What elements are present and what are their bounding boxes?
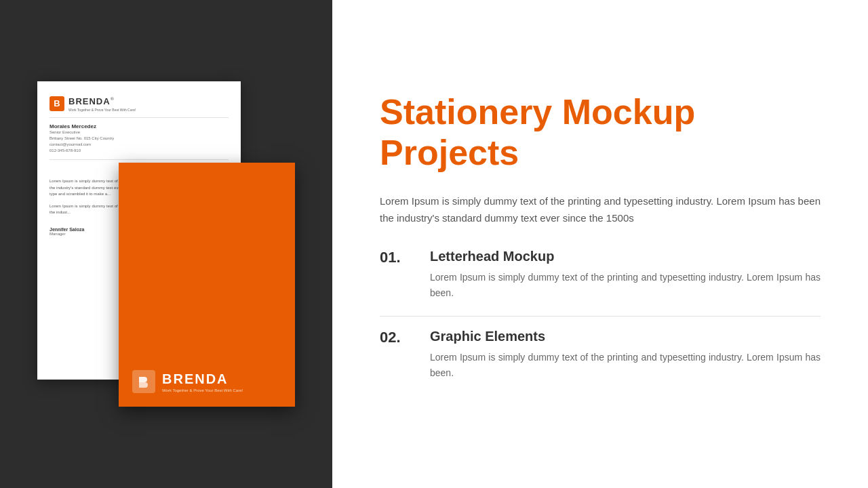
item-desc-1: Lorem Ipsum is simply dummy text of the … [430, 270, 821, 301]
intro-text: Lorem Ipsum is simply dummy text of the … [380, 192, 821, 227]
mockup-container: B BRENDA® Work Together & Prove Your Bes… [37, 81, 295, 407]
registered-mark: ® [111, 96, 114, 102]
book-logo-area: BRENDA Work Together & Prove Your Best W… [132, 370, 281, 393]
item-content-1: Letterhead Mockup Lorem Ipsum is simply … [430, 249, 821, 301]
book-b-icon [132, 370, 155, 393]
letterhead-divider-top [50, 117, 229, 118]
item-title-1: Letterhead Mockup [430, 249, 821, 264]
item-row-2: 02. Graphic Elements Lorem Ipsum is simp… [380, 329, 821, 381]
item-row-1: 01. Letterhead Mockup Lorem Ipsum is sim… [380, 249, 821, 301]
contact-phone: 012-345-678-910 [50, 148, 229, 154]
orange-book: BRENDA Work Together & Prove Your Best W… [119, 163, 295, 407]
letterhead-header: B BRENDA® Work Together & Prove Your Bes… [50, 95, 229, 112]
right-content: Stationery Mockup Projects Lorem Ipsum i… [380, 92, 821, 396]
contact-name: Morales Mercedez [50, 123, 229, 129]
title-line1: Stationery Mockup [380, 92, 695, 131]
item-title-2: Graphic Elements [430, 329, 821, 344]
brenda-name-small: BRENDA [68, 96, 111, 106]
left-panel: B BRENDA® Work Together & Prove Your Bes… [0, 0, 332, 488]
item-number-2: 02. [380, 329, 414, 346]
book-brand-block: BRENDA Work Together & Prove Your Best W… [162, 371, 243, 392]
brenda-logo-small: B BRENDA® Work Together & Prove Your Bes… [50, 95, 136, 112]
item-number-1: 01. [380, 249, 414, 266]
title-line2: Projects [380, 133, 519, 172]
letterhead-divider-mid [50, 159, 229, 160]
brenda-brand-block: BRENDA® Work Together & Prove Your Best … [68, 95, 136, 112]
contact-role: Senior Executive [50, 129, 229, 136]
right-panel: Stationery Mockup Projects Lorem Ipsum i… [332, 0, 868, 488]
contact-address: Brittany Street No. 015 City Country [50, 136, 229, 142]
contact-email: contact@yourmail.com [50, 142, 229, 148]
main-title: Stationery Mockup Projects [380, 92, 821, 174]
brenda-b-icon: B [50, 96, 64, 111]
letterhead-contact: Morales Mercedez Senior Executive Britta… [50, 123, 229, 154]
item-content-2: Graphic Elements Lorem Ipsum is simply d… [430, 329, 821, 381]
book-tagline: Work Together & Prove Your Best With Car… [162, 388, 243, 392]
book-brand-name: BRENDA [162, 371, 229, 386]
brenda-tagline-small: Work Together & Prove Your Best With Car… [68, 108, 136, 112]
item-desc-2: Lorem Ipsum is simply dummy text of the … [430, 350, 821, 381]
items-divider [380, 316, 821, 317]
